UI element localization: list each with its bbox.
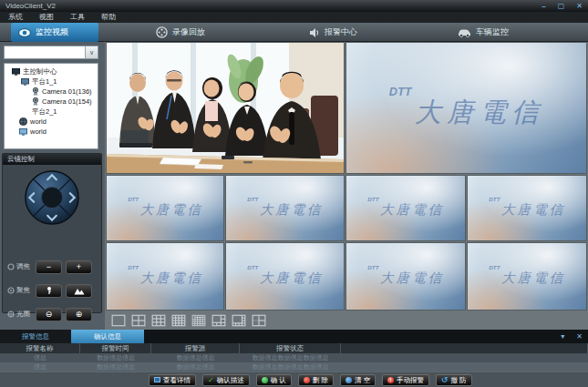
tab-playback[interactable]: 录像回放 [149,23,212,42]
tab-vehicle-monitor[interactable]: 车辆监控 [450,23,516,42]
video-tile-idle-large[interactable]: DTT 大唐電信 [346,43,586,173]
svg-text:大唐電信: 大唐電信 [414,97,543,126]
delete-dot-icon [304,377,310,383]
datang-telecom-watermark: DTT 大唐電信 [368,78,565,138]
device-search-combobox[interactable]: ∨ [4,46,98,59]
tree-item-platform1[interactable]: 平台1_1 [5,76,98,87]
minimize-button[interactable]: – [542,0,545,12]
camera-icon [32,97,39,106]
svg-text:大唐電信: 大唐電信 [380,270,444,285]
zoom-in-button[interactable]: + [66,260,92,274]
cell-alarm-name: 信息 [0,353,80,362]
tree-item-main-center[interactable]: 主控制中心 [5,66,98,76]
ptz-direction-pad[interactable] [24,169,80,226]
clear-button[interactable]: 清 空 [340,374,376,386]
ptz-iris-label: 光圈 [16,310,30,319]
video-tile-idle[interactable]: DTT大唐電信 [107,243,223,310]
svg-text:DTT: DTT [389,86,413,98]
chevron-down-icon[interactable]: ∨ [85,46,98,58]
confirm-button[interactable]: 确 认 [256,374,292,386]
collapse-panel-icon[interactable]: ▾ [561,330,564,343]
ptz-zoom-row: 调焦 − + [3,260,103,274]
grid-2x2-icon [131,314,146,327]
layout-1x1-button[interactable] [111,314,126,327]
ptz-iris-row: 光圈 ⊖ ⊕ [3,307,103,321]
cell-alarm-name: 信息 [0,362,80,372]
datang-telecom-watermark: DTT大唐電信 [237,193,334,222]
ptz-focus-label: 聚焦 [16,286,30,295]
focus-near-button[interactable] [36,284,62,298]
menu-tools[interactable]: 工具 [62,12,93,23]
tab-label: 录像回放 [172,26,205,38]
monitor-icon [21,78,29,86]
video-tile-idle[interactable]: DTT大唐電信 [346,176,465,240]
disarm-button[interactable]: ↺ 撤 防 [436,374,472,386]
datang-telecom-watermark: DTT大唐電信 [237,261,334,290]
layout-5x5-button[interactable] [191,314,206,327]
alarm-table-row[interactable]: 信息 数据信息信息 数据信息信息 数据信息数据信息数据信息 [0,353,588,362]
video-tile-idle[interactable]: DTT大唐電信 [468,243,586,310]
tab-confirm-info[interactable]: 确认信息 [71,330,144,343]
tree-item-camera-154[interactable]: Camera 01(154) [5,97,98,107]
video-tile-idle[interactable]: DTT大唐電信 [226,243,344,310]
tab-alarm-info[interactable]: 报警信息 [0,330,71,343]
maximize-button[interactable]: ▢ [558,0,565,12]
alarm-panel: 报警信息 确认信息 ▾ ✕ 报警名称 报警时间 报警源 报警状态 信息 数据信息… [0,330,588,387]
manual-alarm-button[interactable]: ! 手动报警 [382,374,429,386]
focus-far-button[interactable] [66,284,92,298]
clear-dot-icon [346,377,352,383]
monitor-dark-icon [12,68,20,76]
mountain-far-icon [74,287,85,295]
tab-alarm-center[interactable]: 报警中心 [302,23,365,42]
svg-text:大唐電信: 大唐電信 [501,270,565,285]
eye-icon [18,28,31,37]
alarm-table-row[interactable]: 信息 数据信息信息 数据信息信息 数据信息数据信息数据信息 [0,362,588,372]
close-button[interactable]: ✕ [576,0,583,12]
tree-item-platform2[interactable]: 平台2_1 [5,107,98,117]
layout-1plus5-button[interactable] [211,314,226,327]
confirm-description-button[interactable]: ✓ 确认描述 [202,374,250,386]
video-tile-idle[interactable]: DTT大唐電信 [226,176,344,240]
view-details-icon [154,377,160,382]
speaker-icon [309,27,320,38]
zoom-out-button[interactable]: − [36,260,62,274]
video-grid: DTT 大唐電信 DTT大唐電信 DTT大唐電信 DTT大唐電信 DTT大唐電信… [105,42,588,330]
grid-4x4-icon [171,314,186,327]
layout-1plus3-button[interactable] [252,314,266,327]
menu-system[interactable]: 系统 [0,12,31,23]
layout-2x2-button[interactable] [131,314,146,327]
view-details-button[interactable]: 查看详情 [149,374,196,386]
camera-icon [32,87,39,96]
tab-monitor-video[interactable]: 监控视频 [11,23,98,42]
tree-item-label: world [30,127,46,136]
close-panel-icon[interactable]: ✕ [576,330,583,343]
layout-3x3-button[interactable] [151,314,166,327]
alarm-tabstrip: 报警信息 确认信息 ▾ ✕ [0,330,588,343]
grid-1plus5-icon [211,314,226,327]
delete-button[interactable]: 删 除 [298,374,334,386]
tree-item-camera-136[interactable]: Camera 01(136) [5,87,98,97]
ptz-focus-row: 聚焦 [3,283,103,298]
window-controls: – ▢ ✕ [542,0,583,12]
menu-view[interactable]: 视图 [31,12,62,23]
video-tile-main[interactable] [107,43,344,173]
iris-open-button[interactable]: ⊕ [66,308,92,321]
svg-text:大唐電信: 大唐電信 [501,202,565,217]
layout-1plus7-button[interactable] [232,314,246,327]
iris-close-button[interactable]: ⊖ [36,308,62,321]
grid-1plus3-icon [252,314,266,327]
tree-item-label: world [30,117,46,126]
tree-item-world-1[interactable]: world [5,117,98,127]
menu-help[interactable]: 帮助 [93,12,124,23]
svg-text:大唐電信: 大唐電信 [260,270,324,285]
tree-item-world-2[interactable]: world [5,127,98,137]
video-tile-idle[interactable]: DTT大唐電信 [468,176,586,240]
film-reel-icon [156,26,168,38]
focus-ring-icon [7,287,15,294]
layout-4x4-button[interactable] [171,314,186,327]
left-panel: ∨ 主控制中心 平台1_1 Camera 01(136) [0,42,105,330]
video-tile-idle[interactable]: DTT大唐電信 [346,243,465,310]
disarm-arrow-icon: ↺ [441,376,449,384]
layout-selector-bar [105,311,588,330]
video-tile-idle[interactable]: DTT大唐電信 [107,176,223,240]
